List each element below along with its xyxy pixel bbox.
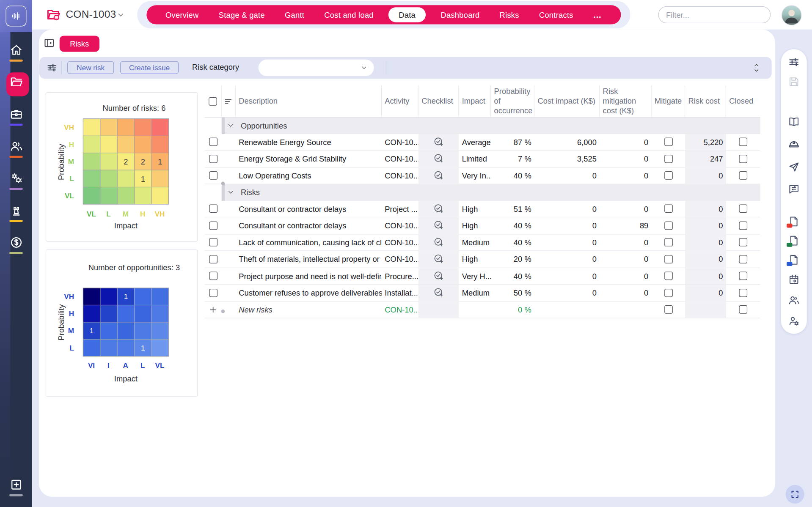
impact-cell[interactable]: Medium [459, 285, 491, 301]
sidebar-item-home[interactable] [0, 36, 32, 69]
sidebar-item-finance-dollar[interactable] [0, 229, 32, 261]
probability-cell[interactable]: 20 % [491, 251, 534, 268]
matrix-cell[interactable] [135, 322, 151, 339]
matrix-cell[interactable] [118, 136, 134, 153]
add-row-plus-icon[interactable] [209, 305, 217, 314]
export-doc-icon[interactable] [788, 254, 800, 266]
sidebar-item-projects-folder[interactable] [0, 69, 32, 101]
probability-cell[interactable]: 40 % [491, 234, 534, 251]
matrix-cell[interactable] [83, 119, 100, 135]
mitigation-cost-cell[interactable]: 0 [600, 151, 651, 167]
tab-stage-gate[interactable]: Stage & gate [214, 7, 270, 22]
matrix-cell[interactable] [135, 305, 151, 322]
mitigate-checkbox[interactable] [664, 289, 673, 297]
matrix-cell[interactable] [152, 322, 168, 339]
matrix-cell[interactable] [135, 187, 151, 204]
column-header-mitigate[interactable]: Mitigate [652, 85, 685, 117]
matrix-cell[interactable]: 1 [135, 170, 151, 187]
filters-tune-icon[interactable] [46, 62, 58, 74]
fullscreen-button[interactable] [786, 485, 804, 504]
matrix-cell[interactable]: 1 [135, 340, 151, 356]
export-pdf-icon[interactable] [788, 215, 800, 227]
calendar-export-icon[interactable] [788, 273, 800, 285]
row-select-checkbox[interactable] [209, 171, 217, 180]
sidebar-item-briefcase[interactable] [0, 100, 32, 132]
checklist-add-icon[interactable] [433, 137, 444, 148]
activity-cell[interactable]: CON-10... [382, 151, 418, 167]
impact-cell[interactable]: High [459, 217, 491, 234]
mitigate-checkbox[interactable] [664, 272, 673, 280]
filter-input[interactable] [658, 6, 771, 23]
matrix-cell[interactable] [135, 119, 151, 135]
closed-checkbox[interactable] [739, 138, 748, 146]
row-select-checkbox[interactable] [209, 155, 217, 163]
description-cell[interactable]: Energy Storage & Grid Stability [236, 151, 382, 167]
risk-category-select[interactable] [259, 60, 374, 76]
column-header-checklist[interactable]: Checklist [418, 85, 459, 117]
closed-checkbox[interactable] [739, 289, 748, 297]
mitigation-cost-cell[interactable]: 0 [600, 285, 651, 301]
mitigate-checkbox[interactable] [664, 255, 673, 263]
export-xls-icon[interactable] [788, 234, 800, 247]
table-row[interactable]: Energy Storage & Grid StabilityCON-10...… [204, 151, 760, 167]
column-header-impact[interactable]: Impact [459, 85, 491, 117]
checklist-add-icon[interactable] [433, 254, 444, 265]
new-risk-row[interactable]: New risksCON-10...0 % [204, 301, 760, 318]
sidebar-item-people[interactable] [0, 132, 32, 164]
table-row[interactable]: Theft of materials, intellectual propert… [204, 251, 760, 268]
activity-cell[interactable]: Installat... [382, 285, 418, 301]
matrix-cell[interactable] [83, 136, 100, 153]
matrix-cell[interactable] [100, 322, 117, 339]
table-row[interactable]: Consultant or contractor delaysCON-10...… [204, 217, 760, 234]
probability-cell[interactable]: 51 % [491, 200, 534, 217]
closed-checkbox[interactable] [739, 205, 748, 213]
mitigate-checkbox[interactable] [664, 222, 673, 230]
activity-cell[interactable]: Project ... [382, 200, 418, 217]
tab-cost-and-load[interactable]: Cost and load [319, 7, 379, 22]
description-cell[interactable]: Consultant or contractor delays [236, 200, 382, 217]
matrix-cell[interactable]: 2 [118, 153, 134, 170]
mitigate-checkbox[interactable] [664, 171, 673, 180]
send-icon[interactable] [788, 160, 800, 173]
panel-expand-icon[interactable] [43, 37, 55, 49]
matrix-cell[interactable] [118, 305, 134, 322]
matrix-cell[interactable] [100, 170, 117, 187]
column-header-risk-cost[interactable]: Risk cost [685, 85, 726, 117]
tab-gantt[interactable]: Gantt [280, 7, 310, 22]
matrix-cell[interactable] [100, 305, 117, 322]
row-drag-handle[interactable] [221, 310, 225, 313]
closed-checkbox[interactable] [739, 272, 748, 280]
column-header-cost-impact-k[interactable]: Cost impact (K$) [534, 85, 600, 117]
matrix-cell[interactable] [100, 340, 117, 356]
row-select-checkbox[interactable] [209, 138, 217, 146]
matrix-cell[interactable] [152, 288, 168, 305]
matrix-cell[interactable]: 1 [83, 322, 100, 339]
cost-impact-cell[interactable]: 0 [534, 234, 600, 251]
checklist-add-icon[interactable] [433, 170, 444, 181]
row-select-checkbox[interactable] [209, 289, 217, 297]
collapse-expand-icon[interactable] [753, 59, 762, 77]
row-select-checkbox[interactable] [209, 272, 217, 280]
sidebar-item-rook[interactable] [0, 197, 32, 229]
mitigate-checkbox[interactable] [664, 238, 673, 247]
mitigation-cost-cell[interactable]: 0 [600, 167, 651, 184]
new-risk-label[interactable]: New risks [236, 301, 382, 318]
group-collapse-chevron-icon[interactable] [227, 122, 234, 129]
cost-impact-cell[interactable]: 0 [534, 167, 600, 184]
tab-contracts[interactable]: Contracts [534, 7, 578, 22]
save-icon[interactable] [788, 76, 800, 88]
matrix-cell[interactable] [83, 187, 100, 204]
column-header-probability-of-occurrence[interactable]: Probability of occurrence [491, 85, 534, 117]
chat-sync-icon[interactable] [788, 183, 800, 195]
cost-impact-cell[interactable]: 0 [534, 285, 600, 301]
activity-cell[interactable]: Procure... [382, 268, 418, 284]
matrix-cell[interactable] [83, 305, 100, 322]
row-select-checkbox[interactable] [209, 222, 217, 230]
tune-icon[interactable] [788, 56, 800, 68]
matrix-cell[interactable] [152, 305, 168, 322]
description-cell[interactable]: Project purpose and need is not well-def… [236, 268, 382, 284]
new-risk-activity[interactable]: CON-10... [382, 301, 418, 318]
matrix-cell[interactable] [135, 136, 151, 153]
user-avatar[interactable] [782, 5, 802, 25]
closed-checkbox[interactable] [739, 238, 748, 247]
